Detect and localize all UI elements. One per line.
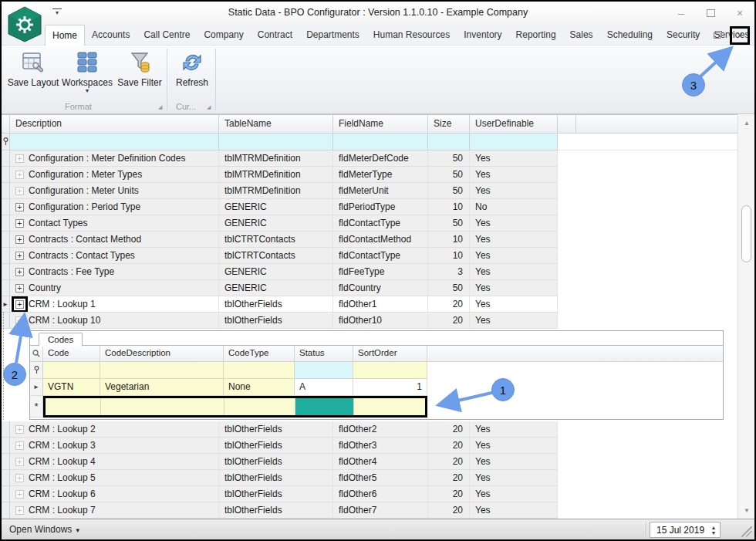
expand-plus-icon[interactable]: + (15, 506, 24, 515)
new-row-sortorder-input[interactable] (354, 398, 425, 415)
mdi-minimize-button[interactable]: – (688, 29, 704, 42)
cell-tablename[interactable]: tblMTRMDefinition (219, 167, 333, 183)
cell-size[interactable]: 10 (428, 248, 470, 264)
column-header-description[interactable]: Description (10, 115, 219, 134)
resize-grip[interactable] (741, 526, 752, 537)
cell-description-container[interactable]: +CRM : Lookup 3 (10, 438, 219, 454)
cell-userdefinable[interactable]: Yes (470, 454, 558, 470)
cell-userdefinable[interactable]: Yes (470, 421, 558, 438)
detail-cell-code[interactable]: VGTN (43, 379, 100, 396)
cell-size[interactable]: 10 (428, 232, 470, 248)
column-header-tablename[interactable]: TableName (219, 115, 333, 134)
cell-description-container[interactable]: +Country (10, 280, 219, 296)
cell-fieldname[interactable]: fldMeterDefCode (333, 150, 428, 167)
tab-reporting[interactable]: Reporting (509, 25, 563, 46)
cell-description-container[interactable]: +CRM : Lookup 2 (10, 421, 219, 438)
window-minimize-button[interactable]: – (673, 5, 690, 21)
cell-userdefinable[interactable]: Yes (470, 313, 558, 329)
save-filter-button[interactable]: Save Filter (114, 49, 165, 97)
expand-plus-icon[interactable]: + (15, 235, 24, 244)
new-row-codetype-input[interactable] (224, 398, 295, 415)
grid-row[interactable]: +Configuration : Period TypeGENERICfldPe… (2, 199, 737, 215)
cell-fieldname[interactable]: fldFeeType (333, 264, 428, 280)
cell-userdefinable[interactable]: Yes (470, 296, 558, 313)
column-header-userdefinable[interactable]: UserDefinable (470, 115, 558, 134)
filter-input-tablename[interactable] (219, 134, 333, 150)
tab-scheduling[interactable]: Scheduling (600, 25, 660, 46)
expand-plus-icon[interactable]: + (15, 425, 24, 434)
cell-userdefinable[interactable]: Yes (470, 215, 558, 232)
window-close-button[interactable]: × (731, 5, 748, 21)
tab-company[interactable]: Company (197, 25, 250, 46)
grid-row[interactable]: +CRM : Lookup 7tblOtherFieldsfldOther720… (2, 502, 737, 519)
cell-description-container[interactable]: +Configuration : Meter Types (10, 167, 219, 183)
cell-description-container[interactable]: +CRM : Lookup 6 (10, 486, 219, 502)
cell-size[interactable]: 50 (428, 280, 470, 296)
expand-plus-icon[interactable]: + (15, 284, 24, 292)
tab-human-resources[interactable]: Human Resources (366, 25, 457, 46)
tab-accounts[interactable]: Accounts (85, 25, 137, 46)
expand-plus-icon[interactable]: + (15, 490, 24, 499)
grid-row[interactable]: +Contracts : Fee TypeGENERICfldFeeType3Y… (2, 264, 737, 280)
new-row-code-input[interactable] (46, 398, 101, 415)
cell-size[interactable]: 20 (428, 502, 470, 519)
cell-size[interactable]: 50 (428, 167, 470, 183)
cell-fieldname[interactable]: fldOther7 (333, 502, 428, 519)
cell-userdefinable[interactable]: Yes (470, 486, 558, 502)
detail-cell-status[interactable]: A (295, 379, 353, 396)
date-spin-up-icon[interactable]: ▲ (711, 525, 717, 530)
cell-fieldname[interactable]: fldMeterUnit (333, 183, 428, 199)
cell-fieldname[interactable]: fldOther10 (333, 313, 428, 329)
detail-filter-code[interactable] (43, 362, 100, 379)
cell-size[interactable]: 20 (428, 296, 470, 313)
filter-input-fieldname[interactable] (333, 134, 428, 150)
detail-cell-codedescription[interactable]: Vegetarian (100, 379, 224, 396)
vertical-scrollbar[interactable]: ▲ ▼ (737, 114, 754, 519)
expand-plus-icon[interactable]: + (15, 154, 24, 163)
cell-userdefinable[interactable]: Yes (470, 232, 558, 248)
cell-size[interactable]: 20 (428, 421, 470, 438)
date-picker[interactable]: 15 Jul 2019 ▲ ▼ (650, 522, 721, 538)
cell-tablename[interactable]: GENERIC (219, 264, 333, 280)
detail-filter-status[interactable] (295, 362, 353, 379)
cell-fieldname[interactable]: fldOther3 (333, 438, 428, 454)
cell-userdefinable[interactable]: No (470, 199, 558, 215)
cell-userdefinable[interactable]: Yes (470, 438, 558, 454)
cell-fieldname[interactable]: fldContactMethod (333, 232, 428, 248)
current-dialog-launcher-icon[interactable]: ◢ (207, 104, 211, 110)
expand-plus-icon[interactable]: + (15, 300, 24, 309)
expand-plus-icon[interactable]: + (15, 219, 24, 228)
expand-plus-icon[interactable]: + (15, 203, 24, 211)
cell-tablename[interactable]: tblOtherFields (219, 502, 333, 519)
tab-contract[interactable]: Contract (251, 25, 299, 46)
new-row-codedescription-input[interactable] (101, 398, 224, 415)
mdi-close-button[interactable]: × (730, 26, 750, 45)
scroll-down-icon[interactable]: ▼ (738, 503, 755, 517)
grid-row[interactable]: +CRM : Lookup 2tblOtherFieldsfldOther220… (2, 421, 737, 438)
grid-row[interactable]: +CRM : Lookup 4tblOtherFieldsfldOther420… (2, 454, 737, 470)
grid-row[interactable]: +Configuration : Meter UnitstblMTRMDefin… (2, 183, 737, 199)
detail-column-sortorder[interactable]: SortOrder (353, 346, 427, 362)
cell-tablename[interactable]: tblCTRTContacts (219, 232, 333, 248)
cell-description-container[interactable]: +Configuration : Meter Definition Codes (10, 150, 219, 167)
expand-plus-icon[interactable]: + (15, 316, 24, 325)
grid-row[interactable]: +Configuration : Meter Definition Codest… (2, 150, 737, 167)
cell-size[interactable]: 20 (428, 438, 470, 454)
tab-call-centre[interactable]: Call Centre (137, 25, 197, 46)
cell-size[interactable]: 3 (428, 264, 470, 280)
cell-userdefinable[interactable]: Yes (470, 183, 558, 199)
detail-column-status[interactable]: Status (295, 346, 353, 362)
cell-fieldname[interactable]: fldOther6 (333, 486, 428, 502)
detail-cell-codetype[interactable]: None (224, 379, 295, 396)
cell-description-container[interactable]: +CRM : Lookup 4 (10, 454, 219, 470)
scroll-up-icon[interactable]: ▲ (738, 116, 755, 130)
save-layout-button[interactable]: Save Layout (8, 49, 59, 97)
expand-plus-icon[interactable]: + (15, 441, 24, 450)
grid-row[interactable]: +CountryGENERICfldCountry50Yes (2, 280, 737, 296)
cell-userdefinable[interactable]: Yes (470, 280, 558, 296)
cell-description-container[interactable]: +Contracts : Contact Method (10, 232, 219, 248)
cell-userdefinable[interactable]: Yes (470, 264, 558, 280)
cell-tablename[interactable]: tblCTRTContacts (219, 248, 333, 264)
grid-row[interactable]: +Contracts : Contact MethodtblCTRTContac… (2, 232, 737, 248)
cell-userdefinable[interactable]: Yes (470, 470, 558, 486)
